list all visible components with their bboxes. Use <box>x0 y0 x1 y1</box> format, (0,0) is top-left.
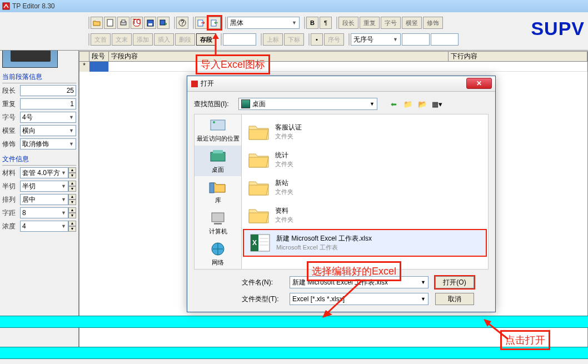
file-type: Microsoft Excel 工作表 <box>276 243 372 252</box>
print-icon[interactable] <box>117 17 129 29</box>
section-file-info: 文件信息 <box>2 153 76 166</box>
toolbar-btn-添加[interactable]: 添加 <box>133 33 153 46</box>
spinner[interactable]: ▲▼ <box>68 207 76 218</box>
open-button[interactable]: 打开(O) <box>435 276 474 288</box>
spin-down-icon[interactable]: ▼ <box>68 186 76 192</box>
filename-input[interactable]: 新建 Microsoft Excel 工作表.xlsx▼ <box>290 276 428 288</box>
font-select[interactable]: 黑体▼ <box>227 17 300 29</box>
spin-down-icon[interactable]: ▼ <box>68 173 76 178</box>
file-list[interactable]: 客服认证文件夹统计文件夹新站文件夹资料文件夹X新建 Microsoft Exce… <box>242 114 489 270</box>
place-库[interactable]: 库 <box>195 176 241 207</box>
seq-value: 无序号 <box>353 35 373 44</box>
bullet-icon[interactable]: • <box>311 33 323 46</box>
app-title: TP Editor 8.30 <box>12 2 55 10</box>
property-row: 材料套管 4.0平方▼▲▼ <box>2 167 76 179</box>
toolbar-btn-删段[interactable]: 删段 <box>175 33 195 46</box>
file-item[interactable]: 统计文件夹 <box>243 146 487 173</box>
import-icon[interactable] <box>195 17 207 29</box>
grid-cell-selected[interactable] <box>89 62 109 72</box>
grid-cell[interactable] <box>109 62 587 72</box>
save-icon[interactable] <box>144 17 156 29</box>
spinner[interactable]: ▲▼ <box>68 167 76 178</box>
back-icon[interactable]: ⬅ <box>388 99 398 109</box>
place-最近访问的位置[interactable]: 最近访问的位置 <box>195 114 241 146</box>
new-icon[interactable] <box>104 17 116 29</box>
spinner[interactable]: ▲▼ <box>68 194 76 205</box>
seq-select[interactable]: 无序号▼ <box>351 33 401 46</box>
place-label: 桌面 <box>212 166 224 174</box>
property-select[interactable]: 半切▼ <box>20 181 68 192</box>
grid-row[interactable]: * <box>79 62 587 72</box>
import-excel-icon[interactable] <box>208 17 221 29</box>
file-item[interactable]: 客服认证文件夹 <box>243 118 487 146</box>
cancel-button[interactable]: 取消 <box>435 293 474 305</box>
property-value[interactable]: 25 <box>20 85 76 96</box>
place-桌面[interactable]: 桌面 <box>195 146 241 177</box>
close-button[interactable]: ✕ <box>466 78 492 89</box>
property-select[interactable]: 取消修饰▼ <box>20 138 76 149</box>
property-select[interactable]: 8▼ <box>20 207 68 218</box>
file-item[interactable]: 新站文件夹 <box>243 173 487 201</box>
property-select[interactable]: 套管 4.0平方▼ <box>20 167 68 178</box>
spin-down-icon[interactable]: ▼ <box>68 213 76 218</box>
filetype-label: 文件类型(T): <box>242 295 290 304</box>
toolbar-btn-重复[interactable]: 重复 <box>360 17 380 29</box>
spin-down-icon[interactable]: ▼ <box>68 200 76 205</box>
place-label: 库 <box>215 196 221 205</box>
spin-down-icon[interactable]: ▼ <box>68 226 76 232</box>
save-as-icon[interactable] <box>157 17 170 29</box>
up-icon[interactable]: 📁 <box>403 99 413 109</box>
bold-icon[interactable]: B <box>306 17 318 29</box>
view-icon[interactable]: ▦▾ <box>432 99 442 109</box>
spinner[interactable]: ▲▼ <box>68 221 76 232</box>
property-select[interactable]: 4号▼ <box>20 112 76 123</box>
toolbar-btn-存段[interactable]: 存段 <box>196 33 216 46</box>
toolbar-btn-文末[interactable]: 文末 <box>112 33 132 46</box>
file-name: 新建 Microsoft Excel 工作表.xlsx <box>276 234 372 243</box>
property-select[interactable]: 4▼ <box>20 221 68 232</box>
property-select[interactable]: 居中▼ <box>20 194 68 205</box>
seq-input-1[interactable] <box>402 33 430 46</box>
place-计算机[interactable]: 计算机 <box>195 207 241 238</box>
toolbar-btn-文首[interactable]: 文首 <box>91 33 111 46</box>
open-icon[interactable] <box>91 17 103 29</box>
left-panel: 当前段落信息 段长25重复1字号4号▼横竖横向▼修饰取消修饰▼ 文件信息 材料套… <box>0 12 79 348</box>
file-item[interactable]: X新建 Microsoft Excel 工作表.xlsxMicrosoft Ex… <box>243 229 487 257</box>
property-row: 重复1 <box>2 98 76 110</box>
sequence-button[interactable]: 序号 <box>324 33 344 46</box>
seq-input-2[interactable] <box>431 33 459 46</box>
toolbar-btn-段长[interactable]: 段长 <box>338 17 358 29</box>
grid-header-segment[interactable]: 段号 <box>89 52 109 62</box>
spin-up-icon[interactable]: ▲ <box>68 221 76 226</box>
spinner[interactable]: ▲▼ <box>68 181 76 192</box>
pilcrow-icon[interactable]: ¶ <box>320 17 332 29</box>
svg-text:STOP: STOP <box>133 19 141 26</box>
svg-rect-16 <box>211 152 225 161</box>
toolbar-btn-插入[interactable]: 插入 <box>154 33 174 46</box>
file-item[interactable]: 资料文件夹 <box>243 201 487 229</box>
subscript-button[interactable]: 下标 <box>284 33 304 46</box>
spin-up-icon[interactable]: ▲ <box>68 167 76 173</box>
property-value[interactable]: 1 <box>20 98 76 109</box>
place-网络[interactable]: 网络 <box>195 238 241 269</box>
grid-header-content[interactable]: 字段内容 <box>109 52 449 62</box>
stop-icon[interactable]: STOP <box>131 17 143 29</box>
place-label: 最近访问的位置 <box>197 134 240 143</box>
font-name: 黑体 <box>230 18 243 28</box>
toolbar-btn-修饰[interactable]: 修饰 <box>423 17 443 29</box>
spin-up-icon[interactable]: ▲ <box>68 181 76 186</box>
property-select[interactable]: 横向▼ <box>20 125 76 136</box>
filetype-select[interactable]: Excel [*.xls *.xlsx]▼ <box>290 293 428 305</box>
dialog-titlebar[interactable]: 打开 ✕ <box>187 76 495 92</box>
spin-up-icon[interactable]: ▲ <box>68 207 76 213</box>
toolbar-btn-字号[interactable]: 字号 <box>381 17 401 29</box>
toolbar-input-1[interactable] <box>223 33 256 46</box>
spin-up-icon[interactable]: ▲ <box>68 194 76 200</box>
new-folder-icon[interactable]: 📂 <box>417 99 427 109</box>
help-icon[interactable]: ? <box>176 17 188 29</box>
property-row: 浓度4▼▲▼ <box>2 220 76 232</box>
grid-header-next[interactable]: 下行内容 <box>449 52 587 62</box>
toolbar-btn-横竖[interactable]: 横竖 <box>402 17 422 29</box>
superscript-button[interactable]: 上标 <box>263 33 283 46</box>
lookin-select[interactable]: 桌面 ▼ <box>238 98 377 110</box>
